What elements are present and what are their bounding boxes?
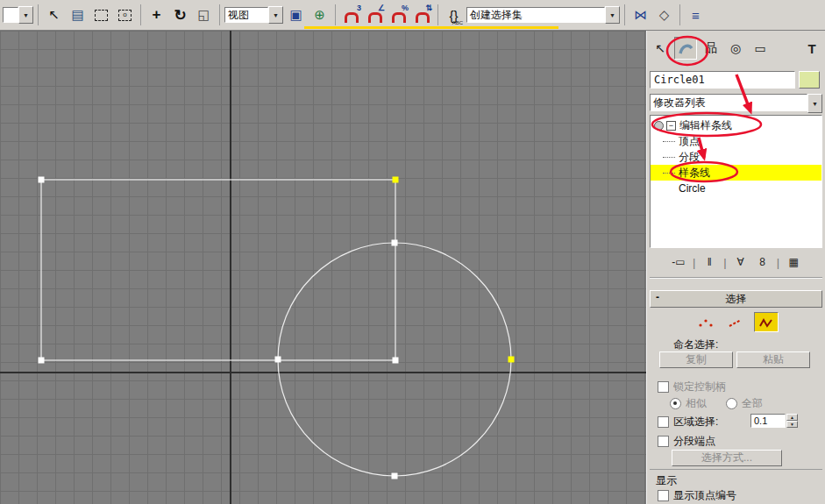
angle-snap-icon-label: ∠ <box>378 4 385 12</box>
area-threshold-field[interactable]: 0.1 <box>750 414 786 428</box>
tab-utilities[interactable]: T <box>801 38 822 59</box>
reference-coordinate-combo-field[interactable]: 视图 <box>224 7 268 23</box>
snap-toggle-icon-label: 3 <box>357 4 361 12</box>
spline-vertex[interactable] <box>39 177 45 183</box>
stack-row-label: Circle <box>679 181 706 196</box>
magnet-shape <box>345 12 359 23</box>
spline-subobject-button[interactable] <box>754 312 779 332</box>
toolbar-separator <box>679 4 680 25</box>
overflow-combo[interactable]: ▼ <box>3 6 33 24</box>
layer-manager-icon[interactable]: ≡ <box>685 4 707 26</box>
select-and-scale-icon[interactable]: ◱ <box>193 4 215 26</box>
stack-row-分段[interactable]: 分段 <box>651 149 821 165</box>
spline-vertex[interactable] <box>393 358 399 364</box>
subobject-icon-row <box>647 312 825 332</box>
show-vertex-numbers-checkbox[interactable] <box>658 490 669 501</box>
percent-snap-icon[interactable]: % <box>388 4 409 26</box>
tab-create[interactable]: ↖ <box>650 38 671 59</box>
alike-radio[interactable] <box>670 398 681 409</box>
align-icon[interactable]: ◇ <box>653 4 675 26</box>
stack-row-label: 编辑样条线 <box>679 117 732 133</box>
percent-snap-icon-label: % <box>402 4 409 12</box>
select-and-move-icon[interactable]: + <box>146 4 167 26</box>
named-selection-set-combo[interactable]: 创建选择集▼ <box>466 6 620 24</box>
tab-hierarchy[interactable]: 品 <box>701 38 722 59</box>
spline-vertex[interactable] <box>392 473 398 479</box>
chevron-down-icon[interactable]: ▼ <box>18 6 33 24</box>
edit-named-selections-icon[interactable]: {}ABC <box>443 4 465 26</box>
main-toolbar: ▼↖▤o+↻◱视图▼▣⊕3∠%⇅{}ABC创建选择集▼⋈◇≡ <box>0 0 825 31</box>
spinner-up-icon[interactable]: ▲ <box>786 414 798 421</box>
area-selection-label: 区域选择: <box>673 415 718 429</box>
tab-motion[interactable]: ◎ <box>725 38 746 59</box>
selection-rollout-header[interactable]: - 选择 <box>650 290 822 308</box>
segment-end-checkbox[interactable] <box>658 436 669 447</box>
remove-modifier-button[interactable]: 8 <box>755 254 771 270</box>
toolbar-separator <box>38 4 39 25</box>
command-panel: ↖ 品 ◎ ▭ T Circle01 修改器列表 ▼ −编辑样条线顶点分段样条线… <box>646 31 825 504</box>
chevron-down-icon[interactable]: ▼ <box>605 6 620 24</box>
modifier-list-dropdown[interactable]: 修改器列表 ▼ <box>650 94 822 111</box>
magnet-shape <box>368 12 382 23</box>
spinner-down-icon[interactable]: ▼ <box>786 421 798 428</box>
reference-coordinate-combo[interactable]: 视图▼ <box>224 6 283 24</box>
spline-vertex[interactable] <box>275 357 281 363</box>
pin-stack-button[interactable]: -▭ <box>671 254 686 270</box>
select-and-rotate-icon[interactable]: ↻ <box>169 4 191 26</box>
use-center-icon[interactable]: ▣ <box>285 4 307 26</box>
chevron-down-icon[interactable]: ▼ <box>807 94 822 113</box>
object-color-swatch[interactable] <box>799 71 820 89</box>
configure-modifier-sets-button[interactable]: ▦ <box>786 254 801 270</box>
rectangular-selection-region-icon[interactable] <box>90 4 112 26</box>
spline-vertex[interactable] <box>39 358 45 364</box>
show-end-result-button[interactable]: ‖ <box>701 254 717 270</box>
stack-row-label: 样条线 <box>679 165 710 181</box>
tab-modify[interactable] <box>674 37 697 60</box>
collapse-box-icon[interactable]: − <box>666 121 676 131</box>
area-selection-checkbox[interactable] <box>658 416 669 428</box>
select-object-icon[interactable]: ↖ <box>43 4 65 26</box>
segment-subobject-button[interactable] <box>724 313 747 331</box>
selection-filter-icon[interactable]: o <box>114 4 136 26</box>
collapse-icon: - <box>656 291 659 303</box>
visibility-bulb-icon[interactable] <box>654 121 664 131</box>
snap-toggle-icon[interactable]: 3 <box>340 4 362 26</box>
select-and-manipulate-icon[interactable]: ⊕ <box>309 4 331 26</box>
all-radio[interactable] <box>726 398 737 409</box>
modifier-stack-list: −编辑样条线顶点分段样条线Circle <box>650 115 822 248</box>
vertex-subobject-button[interactable] <box>694 313 717 331</box>
stack-row-顶点[interactable]: 顶点 <box>651 133 821 149</box>
angle-snap-icon[interactable]: ∠ <box>364 4 386 26</box>
spline-vertex[interactable] <box>392 240 398 246</box>
spline-vertex[interactable] <box>509 357 515 363</box>
stack-row-Circle[interactable]: Circle <box>651 181 821 196</box>
viewport[interactable] <box>0 31 646 504</box>
spline-icon <box>758 317 774 328</box>
show-vertex-numbers-label: 显示顶点编号 <box>673 488 736 503</box>
spinner-snap-icon[interactable]: ⇅ <box>411 4 433 26</box>
mirror-icon[interactable]: ⋈ <box>629 4 651 26</box>
copy-button[interactable]: 复制 <box>659 351 733 368</box>
area-threshold-spinner[interactable]: ▲ ▼ <box>786 414 798 428</box>
stack-row-编辑样条线[interactable]: −编辑样条线 <box>651 117 821 133</box>
chevron-down-icon[interactable]: ▼ <box>268 6 283 24</box>
tab-display[interactable]: ▭ <box>750 38 771 59</box>
stack-row-样条线[interactable]: 样条线 <box>651 165 821 181</box>
select-by-name-icon[interactable]: ▤ <box>67 4 89 26</box>
named-selection-set-combo-field[interactable]: 创建选择集 <box>466 7 605 23</box>
separator: | <box>693 256 695 269</box>
make-unique-button[interactable]: ∀ <box>733 254 749 270</box>
tree-line <box>663 156 675 158</box>
toolbar-separator <box>335 4 336 25</box>
lock-handles-checkbox[interactable] <box>658 381 669 393</box>
paste-button[interactable]: 粘贴 <box>736 351 810 368</box>
object-name-field[interactable]: Circle01 <box>650 71 795 89</box>
overflow-combo-field[interactable] <box>3 7 18 23</box>
edit-named-selections-icon-sub: ABC <box>452 20 463 25</box>
select-by-button[interactable]: 选择方式... <box>672 450 782 466</box>
modify-icon <box>679 41 693 56</box>
rectangle-spline[interactable] <box>41 180 395 360</box>
spline-vertex[interactable] <box>393 177 399 183</box>
divider <box>650 469 822 470</box>
separator: | <box>777 256 779 269</box>
